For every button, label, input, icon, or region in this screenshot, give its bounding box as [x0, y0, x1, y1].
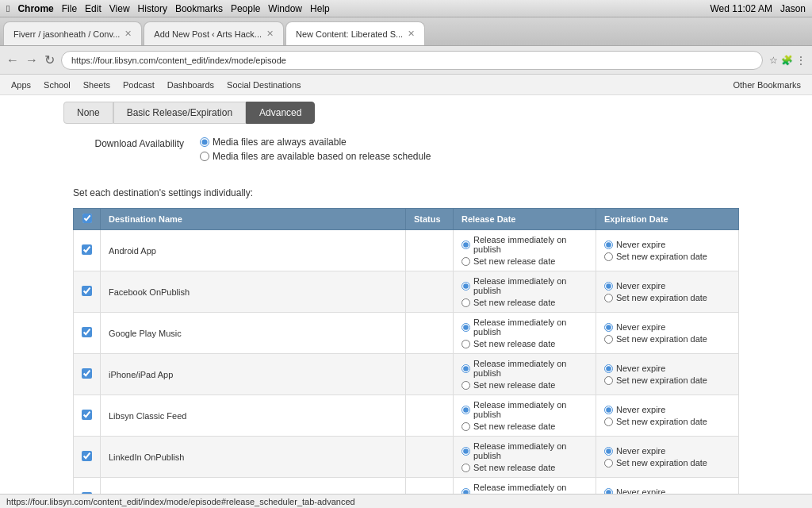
- never-expire-text-3: Never expire: [616, 364, 665, 373]
- set-expiry-label-2[interactable]: Set new expiration date: [604, 334, 730, 344]
- history-menu-item[interactable]: History: [138, 3, 167, 14]
- set-expiry-label-5[interactable]: Set new expiration date: [604, 458, 730, 468]
- bookmark-podcast[interactable]: Podcast: [118, 79, 159, 91]
- release-immediately-radio-3[interactable]: [462, 364, 470, 373]
- address-bar[interactable]: [61, 51, 763, 70]
- release-new-date-label-5[interactable]: Set new release date: [462, 463, 588, 472]
- set-expiry-radio-0[interactable]: [604, 252, 613, 261]
- page-wrapper: None Basic Release/Expiration Advanced D…: [57, 95, 755, 508]
- release-new-date-label-3[interactable]: Set new release date: [462, 380, 588, 390]
- tab-new-content-close[interactable]: ✕: [408, 29, 415, 39]
- set-expiry-label-3[interactable]: Set new expiration date: [604, 375, 730, 385]
- release-immediately-label-4[interactable]: Release immediately on publish: [462, 400, 588, 419]
- release-immediately-label-2[interactable]: Release immediately on publish: [462, 318, 588, 337]
- release-new-date-label-2[interactable]: Set new release date: [462, 339, 588, 348]
- never-expire-radio-3[interactable]: [604, 364, 613, 373]
- release-immediately-label-1[interactable]: Release immediately on publish: [462, 276, 588, 295]
- bookmarks-menu-item[interactable]: Bookmarks: [175, 3, 223, 14]
- never-expire-radio-4[interactable]: [604, 406, 613, 414]
- bookmark-sheets[interactable]: Sheets: [79, 79, 115, 91]
- release-new-date-label-4[interactable]: Set new release date: [462, 421, 588, 431]
- back-button[interactable]: ←: [6, 53, 19, 67]
- release-immediately-radio-0[interactable]: [462, 241, 470, 249]
- bookmark-star-icon[interactable]: ☆: [769, 55, 778, 66]
- bookmark-dashboards[interactable]: Dashboards: [163, 79, 219, 91]
- view-menu-item[interactable]: View: [109, 3, 130, 14]
- tab-fiverr[interactable]: Fiverr / jasonheath / Conv... ✕: [3, 21, 142, 45]
- tab-fiverr-close[interactable]: ✕: [124, 29, 132, 39]
- tab-new-content[interactable]: New Content: Liberated S... ✕: [285, 21, 425, 45]
- people-menu-item[interactable]: People: [231, 3, 260, 14]
- bookmark-other[interactable]: Other Bookmarks: [728, 79, 806, 91]
- tab-none[interactable]: None: [63, 102, 113, 124]
- set-expiry-label-1[interactable]: Set new expiration date: [604, 293, 730, 302]
- row-destination-name-5: LinkedIn OnPublish: [101, 437, 406, 478]
- release-immediately-radio-4[interactable]: [462, 406, 470, 414]
- set-expiry-label-4[interactable]: Set new expiration date: [604, 417, 730, 426]
- tab-arts-hack[interactable]: Add New Post ‹ Arts Hack... ✕: [144, 21, 284, 45]
- row-checkbox-5[interactable]: [82, 451, 92, 461]
- never-expire-radio-0[interactable]: [604, 241, 613, 249]
- never-expire-label-2[interactable]: Never expire: [604, 322, 730, 332]
- forward-button[interactable]: →: [25, 53, 38, 67]
- release-new-date-radio-1[interactable]: [462, 298, 470, 307]
- never-expire-label-4[interactable]: Never expire: [604, 405, 730, 414]
- destinations-table: Destination Name Status Release Date Exp…: [73, 208, 739, 508]
- release-new-date-radio-4[interactable]: [462, 422, 470, 431]
- bookmark-social-destinations[interactable]: Social Destinations: [222, 79, 306, 91]
- set-expiry-radio-1[interactable]: [604, 294, 613, 302]
- tab-basic-release[interactable]: Basic Release/Expiration: [113, 102, 246, 124]
- radio-always-available[interactable]: Media files are always available: [200, 137, 431, 148]
- release-new-date-radio-0[interactable]: [462, 257, 470, 266]
- release-immediately-label-0[interactable]: Release immediately on publish: [462, 235, 588, 254]
- release-immediately-radio-2[interactable]: [462, 323, 470, 332]
- radio-based-on-schedule[interactable]: Media files are available based on relea…: [200, 151, 431, 162]
- tab-arts-hack-close[interactable]: ✕: [266, 29, 274, 39]
- row-checkbox-0[interactable]: [82, 244, 92, 255]
- apple-menu-icon[interactable]: : [6, 3, 10, 14]
- never-expire-radio-1[interactable]: [604, 282, 613, 291]
- menu-icon[interactable]: ⋮: [796, 55, 806, 66]
- chrome-menu-item[interactable]: Chrome: [17, 3, 53, 14]
- never-expire-label-1[interactable]: Never expire: [604, 281, 730, 291]
- release-new-date-label-1[interactable]: Set new release date: [462, 298, 588, 307]
- row-checkbox-3[interactable]: [82, 368, 92, 379]
- bookmark-school[interactable]: School: [39, 79, 75, 91]
- extensions-icon[interactable]: 🧩: [781, 55, 793, 66]
- set-expiry-radio-2[interactable]: [604, 335, 613, 344]
- never-expire-radio-2[interactable]: [604, 323, 613, 332]
- set-expiry-radio-5[interactable]: [604, 459, 613, 468]
- release-new-date-label-0[interactable]: Set new release date: [462, 256, 588, 266]
- release-immediately-label-5[interactable]: Release immediately on publish: [462, 441, 588, 460]
- release-immediately-radio-5[interactable]: [462, 447, 470, 456]
- radio-based-on-schedule-input[interactable]: [200, 152, 209, 161]
- never-expire-radio-5[interactable]: [604, 447, 613, 456]
- release-new-date-text-3: Set new release date: [473, 380, 555, 390]
- release-immediately-radio-1[interactable]: [462, 282, 470, 291]
- set-expiry-label-0[interactable]: Set new expiration date: [604, 252, 730, 261]
- bookmark-apps[interactable]: Apps: [6, 79, 36, 91]
- radio-always-available-input[interactable]: [200, 137, 209, 147]
- row-checkbox-2[interactable]: [82, 327, 92, 337]
- row-checkbox-1[interactable]: [82, 286, 92, 296]
- tab-advanced[interactable]: Advanced: [246, 102, 315, 124]
- release-immediately-text-2: Release immediately on publish: [473, 318, 588, 337]
- file-menu-item[interactable]: File: [62, 3, 77, 14]
- release-immediately-label-3[interactable]: Release immediately on publish: [462, 359, 588, 378]
- edit-menu-item[interactable]: Edit: [85, 3, 102, 14]
- set-expiry-radio-4[interactable]: [604, 418, 613, 426]
- row-checkbox-4[interactable]: [82, 410, 92, 420]
- release-new-date-radio-5[interactable]: [462, 464, 470, 472]
- never-expire-label-0[interactable]: Never expire: [604, 240, 730, 249]
- release-new-date-radio-2[interactable]: [462, 340, 470, 348]
- set-expiry-radio-3[interactable]: [604, 376, 613, 385]
- help-menu-item[interactable]: Help: [310, 3, 330, 14]
- release-new-date-text-4: Set new release date: [473, 421, 555, 431]
- row-status-4: [406, 395, 454, 437]
- release-new-date-radio-3[interactable]: [462, 381, 470, 390]
- select-all-checkbox[interactable]: [82, 214, 92, 223]
- window-menu-item[interactable]: Window: [268, 3, 302, 14]
- never-expire-label-3[interactable]: Never expire: [604, 364, 730, 373]
- reload-button[interactable]: ↻: [44, 52, 55, 67]
- never-expire-label-5[interactable]: Never expire: [604, 446, 730, 456]
